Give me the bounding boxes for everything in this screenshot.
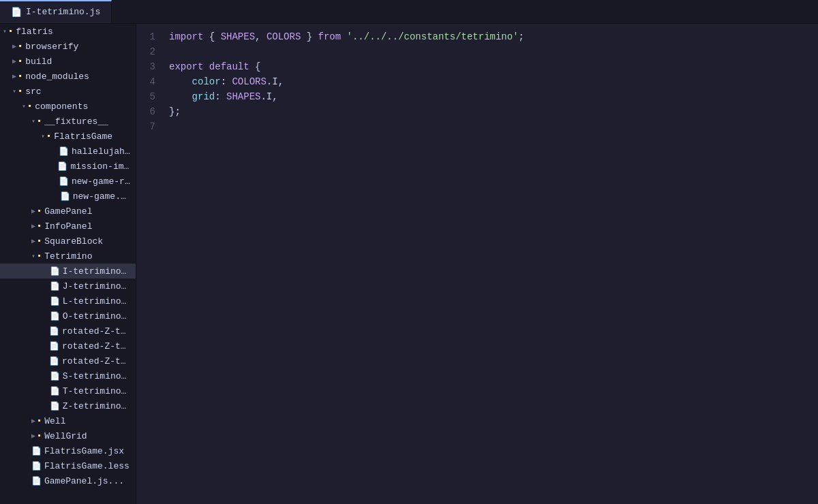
- sidebar-item-mission-impo[interactable]: 📄 mission-impo...: [0, 159, 136, 174]
- chevron-right-icon: ▶: [31, 432, 35, 440]
- sidebar-item-SquareBlock[interactable]: ▶ ▪ SquareBlock: [0, 234, 136, 249]
- chevron-down-icon: ▾: [3, 27, 7, 35]
- sidebar-item-fixtures[interactable]: ▾ ▪ __fixtures__: [0, 114, 136, 129]
- line-numbers: 1 2 3 4 5 6 7: [136, 29, 164, 504]
- main-layout: ▾ ▪ flatris ▶ ▪ browserify ▶ ▪ build ▶ ▪…: [0, 24, 818, 504]
- sidebar-item-Well[interactable]: ▶ ▪ Well: [0, 413, 136, 428]
- folder-icon: ▪: [37, 431, 42, 441]
- sidebar-item-FlatrisGame[interactable]: ▾ ▪ FlatrisGame: [0, 129, 136, 144]
- file-icon: 📄: [59, 176, 69, 187]
- file-icon: 📄: [49, 326, 59, 336]
- sidebar-item-GamePanel-js[interactable]: 📄 GamePanel.js...: [0, 473, 136, 488]
- sidebar-item-T-tetrimino[interactable]: 📄 T-tetrimino.js: [0, 383, 136, 398]
- code-view: 1 2 3 4 5 6 7 import { SHAPES, COLORS } …: [136, 24, 818, 504]
- chevron-right-icon: ▶: [31, 237, 35, 245]
- sidebar-item-S-tetrimino[interactable]: 📄 S-tetrimino.js: [0, 368, 136, 383]
- folder-icon: ▪: [37, 206, 42, 216]
- code-content[interactable]: import { SHAPES, COLORS } from '../../..…: [164, 29, 818, 504]
- chevron-right-icon: ▶: [31, 222, 35, 230]
- sidebar-item-InfoPanel[interactable]: ▶ ▪ InfoPanel: [0, 219, 136, 234]
- sidebar-item-new-game[interactable]: 📄 new-game.js: [0, 189, 136, 204]
- file-icon: 📄: [57, 161, 67, 172]
- chevron-right-icon: ▶: [31, 207, 35, 215]
- file-icon: 📄: [49, 356, 59, 366]
- chevron-down-icon: ▾: [31, 252, 35, 260]
- sidebar-item-I-tetrimino[interactable]: 📄 I-tetrimino.js: [0, 264, 136, 279]
- folder-icon: ▪: [37, 221, 42, 231]
- sidebar-item-Z-tetrimino[interactable]: 📄 Z-tetrimino.js: [0, 398, 136, 413]
- file-icon: 📄: [50, 401, 60, 411]
- tab-label: I-tetrimino.js: [26, 7, 100, 17]
- sidebar-item-src[interactable]: ▾ ▪ src: [0, 84, 136, 99]
- chevron-right-icon: ▶: [12, 72, 16, 80]
- sidebar-item-new-game-r[interactable]: 📄 new-game-r...: [0, 174, 136, 189]
- file-icon: 📄: [50, 281, 60, 292]
- file-icon-tab: 📄: [11, 7, 22, 18]
- chevron-down-icon: ▾: [22, 102, 26, 110]
- sidebar-item-J-tetrimino[interactable]: 📄 J-tetrimino.js: [0, 279, 136, 294]
- file-icon: 📄: [59, 146, 69, 157]
- folder-icon: ▪: [37, 416, 42, 426]
- folder-icon: ▪: [18, 72, 22, 81]
- file-icon: 📄: [50, 266, 60, 277]
- sidebar-item-L-tetrimino[interactable]: 📄 L-tetrimino.js: [0, 294, 136, 309]
- folder-icon: ▪: [37, 116, 42, 126]
- sidebar-item-rotated-Z-1[interactable]: 📄 rotated-Z-te...: [0, 324, 136, 338]
- sidebar-item-FlatrisGame-jsx[interactable]: 📄 FlatrisGame.jsx: [0, 443, 136, 458]
- sidebar-item-FlatrisGame-less[interactable]: 📄 FlatrisGame.less: [0, 458, 136, 473]
- folder-icon: ▪: [46, 131, 51, 141]
- folder-icon: ▪: [8, 27, 13, 36]
- editor-area[interactable]: 1 2 3 4 5 6 7 import { SHAPES, COLORS } …: [136, 24, 818, 504]
- sidebar-item-rotated-Z-3[interactable]: 📄 rotated-Z-te...: [0, 353, 136, 368]
- file-icon: 📄: [31, 461, 42, 471]
- tab-I-tetrimino[interactable]: 📄 I-tetrimino.js: [0, 0, 112, 23]
- sidebar-item-WellGrid[interactable]: ▶ ▪ WellGrid: [0, 428, 136, 443]
- folder-icon: ▪: [37, 251, 42, 261]
- sidebar-item-node-modules[interactable]: ▶ ▪ node_modules: [0, 69, 136, 84]
- sidebar-item-browserify[interactable]: ▶ ▪ browserify: [0, 39, 136, 54]
- file-icon: 📄: [50, 311, 60, 321]
- sidebar-item-rotated-Z-2[interactable]: 📄 rotated-Z-te...: [0, 338, 136, 353]
- sidebar-item-build[interactable]: ▶ ▪ build: [0, 54, 136, 69]
- file-icon: 📄: [50, 296, 60, 306]
- chevron-right-icon: ▶: [12, 42, 16, 50]
- chevron-right-icon: ▶: [31, 417, 35, 425]
- chevron-right-icon: ▶: [12, 57, 16, 65]
- file-icon: 📄: [50, 371, 60, 381]
- file-icon: 📄: [49, 341, 59, 351]
- file-icon: 📄: [31, 476, 42, 486]
- sidebar-item-components[interactable]: ▾ ▪ components: [0, 99, 136, 114]
- sidebar-item-flatris[interactable]: ▾ ▪ flatris: [0, 24, 136, 39]
- file-icon: 📄: [50, 386, 60, 396]
- chevron-down-icon: ▾: [31, 117, 35, 125]
- folder-icon: ▪: [18, 57, 22, 66]
- chevron-down-icon: ▾: [41, 132, 45, 140]
- folder-icon: ▪: [18, 42, 22, 51]
- chevron-down-icon: ▾: [12, 87, 16, 95]
- folder-icon: ▪: [18, 86, 22, 96]
- file-icon: 📄: [60, 191, 70, 202]
- tab-bar: 📄 I-tetrimino.js: [0, 0, 818, 24]
- sidebar-item-GamePanel[interactable]: ▶ ▪ GamePanel: [0, 204, 136, 219]
- folder-icon: ▪: [27, 101, 32, 111]
- sidebar-item-Tetrimino[interactable]: ▾ ▪ Tetrimino: [0, 249, 136, 264]
- sidebar-item-O-tetrimino[interactable]: 📄 O-tetrimino.js: [0, 309, 136, 324]
- file-icon: 📄: [31, 446, 42, 456]
- folder-icon: ▪: [37, 236, 42, 246]
- sidebar: ▾ ▪ flatris ▶ ▪ browserify ▶ ▪ build ▶ ▪…: [0, 24, 136, 504]
- sidebar-item-hallelujah[interactable]: 📄 hallelujah.js: [0, 144, 136, 159]
